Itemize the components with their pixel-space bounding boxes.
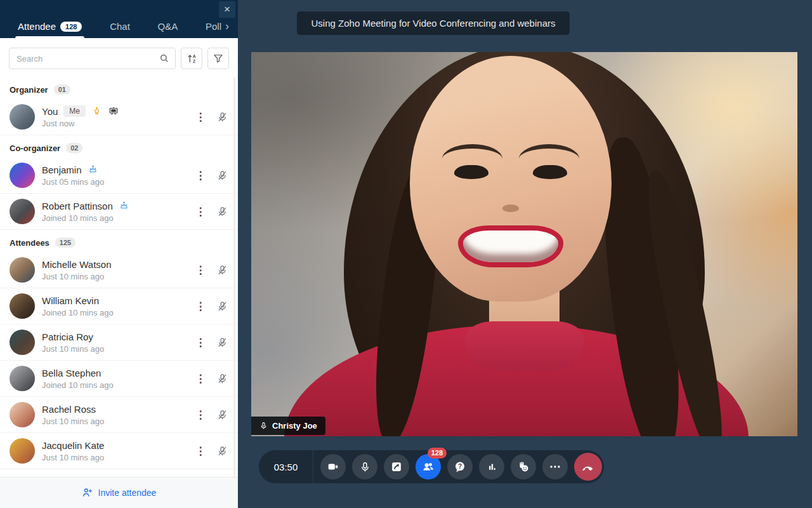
sidebar-scrollbar[interactable] (233, 77, 235, 477)
participant-list: Organizer 01 You Me Just now ⋮ (0, 77, 238, 477)
participant-status: Just now (42, 119, 195, 128)
poll-button[interactable] (479, 454, 504, 479)
more-tabs-button[interactable]: › (224, 20, 230, 38)
me-badge: Me (63, 105, 86, 117)
kebab-menu-icon: ⋮ (195, 170, 206, 182)
participant-menu-button[interactable]: ⋮ (195, 444, 206, 458)
qa-button[interactable]: ? (447, 454, 473, 479)
attendees-count-badge: 125 (55, 237, 75, 248)
participant-menu-button[interactable]: ⋮ (195, 300, 206, 313)
filter-funnel-icon (213, 53, 224, 64)
participant-status: Just 10 mins ago (42, 453, 195, 462)
raise-hand-smiley-icon (516, 460, 530, 474)
search-input[interactable] (9, 48, 176, 69)
section-organizer-label: Organizer (10, 85, 48, 95)
participant-status: Joined 10 mins ago (42, 213, 195, 223)
participant-row-robert: Robert Pattinson Joined 10 mins ago ⋮ (0, 194, 238, 230)
mic-on-icon (259, 422, 268, 430)
speaker-video: Christy Joe (251, 52, 797, 436)
screen-share-presenter-icon (108, 105, 119, 117)
mic-muted-button[interactable] (216, 170, 228, 182)
participant-menu-button[interactable]: ⋮ (195, 110, 206, 124)
avatar (10, 330, 35, 355)
participant-status: Just 10 mins ago (42, 344, 195, 354)
chevron-right-icon: › (225, 20, 229, 32)
tab-attendee-label: Attendee (18, 21, 56, 32)
microphone-button[interactable] (352, 454, 377, 479)
participant-status: Just 05 mins ago (42, 177, 195, 187)
coorganizer-count-badge: 02 (66, 143, 82, 153)
participant-status: Joined 10 mins ago (42, 308, 195, 318)
tab-qa-label: Q&A (158, 21, 178, 32)
screen-share-icon (390, 460, 403, 474)
tab-qa[interactable]: Q&A (155, 21, 181, 38)
end-call-button[interactable] (574, 453, 602, 481)
participant-menu-button[interactable]: ⋮ (195, 408, 206, 422)
mic-muted-button[interactable] (216, 111, 228, 123)
mic-muted-button[interactable] (216, 206, 228, 218)
participant-row-william: William Kevin Joined 10 mins ago ⋮ (0, 288, 238, 324)
participant-name: Jacquelin Kate (42, 440, 104, 451)
participant-menu-button[interactable]: ⋮ (195, 264, 206, 277)
participant-row-jacquelin: Jacquelin Kate Just 10 mins ago ⋮ (0, 433, 238, 469)
sort-button[interactable]: AZ (181, 48, 202, 69)
speaker-collar-shape (464, 321, 584, 371)
participant-name: Bella Stephen (42, 368, 101, 378)
more-options-button[interactable] (542, 454, 568, 479)
speaker-name: Christy Joe (272, 421, 317, 431)
coorganizer-crown-icon (119, 201, 129, 211)
section-attendees: Attendees 125 (0, 230, 238, 252)
invite-attendee-label: Invite attendee (98, 488, 157, 498)
participant-row-you: You Me Just now ⋮ (0, 99, 238, 135)
svg-text:?: ? (458, 463, 462, 470)
control-bar: 03:50 128 ? (259, 450, 604, 483)
avatar (10, 402, 35, 427)
camera-button[interactable] (320, 454, 346, 479)
svg-text:Z: Z (193, 58, 195, 63)
mic-muted-button[interactable] (216, 300, 228, 312)
section-attendees-label: Attendees (10, 238, 49, 248)
tab-chat[interactable]: Chat (107, 21, 133, 38)
participant-menu-button[interactable]: ⋮ (195, 205, 206, 218)
mic-muted-button[interactable] (216, 373, 228, 385)
participant-name: You (42, 106, 58, 117)
participant-menu-button[interactable]: ⋮ (195, 336, 206, 349)
avatar (10, 366, 35, 391)
tab-attendee[interactable]: Attendee 128 (15, 21, 84, 38)
filter-button[interactable] (207, 48, 229, 69)
meeting-stage: Using Zoho Meeting for Video Conferencin… (238, 0, 812, 508)
mic-muted-icon (216, 337, 228, 349)
participant-name: Robert Pattinson (42, 201, 113, 211)
participant-menu-button[interactable]: ⋮ (195, 169, 206, 182)
kebab-menu-icon: ⋮ (195, 300, 206, 312)
reactions-button[interactable] (511, 454, 536, 479)
participant-menu-button[interactable]: ⋮ (195, 372, 206, 385)
screen-share-button[interactable] (384, 454, 409, 479)
mic-muted-button[interactable] (216, 337, 228, 349)
close-panel-button[interactable]: × (219, 1, 235, 18)
mic-muted-button[interactable] (216, 409, 228, 421)
meeting-title: Using Zoho Meeting for Video Conferencin… (311, 18, 556, 29)
tab-poll[interactable]: Poll (203, 21, 224, 38)
section-organizer: Organizer 01 (0, 77, 238, 99)
kebab-menu-icon: ⋮ (195, 373, 206, 385)
avatar (10, 257, 35, 283)
participants-button[interactable]: 128 (416, 454, 441, 479)
close-icon: × (224, 3, 230, 15)
hang-up-icon (580, 459, 596, 474)
participant-name: Benjamin (42, 164, 82, 175)
sort-az-icon: AZ (186, 53, 198, 65)
mic-muted-icon (216, 300, 228, 312)
participant-row-benjamin: Benjamin Just 05 mins ago ⋮ (0, 157, 238, 194)
invite-attendee-button[interactable]: Invite attendee (82, 487, 157, 498)
mic-muted-icon (216, 206, 228, 218)
meeting-timer: 03:50 (259, 462, 313, 472)
search-icon (159, 53, 170, 64)
kebab-menu-icon: ⋮ (195, 111, 206, 123)
participant-name: Rachel Ross (42, 404, 96, 415)
mic-muted-icon (216, 445, 228, 457)
avatar (10, 199, 35, 224)
mic-muted-button[interactable] (216, 445, 228, 457)
bar-chart-icon (485, 460, 499, 474)
mic-muted-button[interactable] (216, 264, 228, 276)
